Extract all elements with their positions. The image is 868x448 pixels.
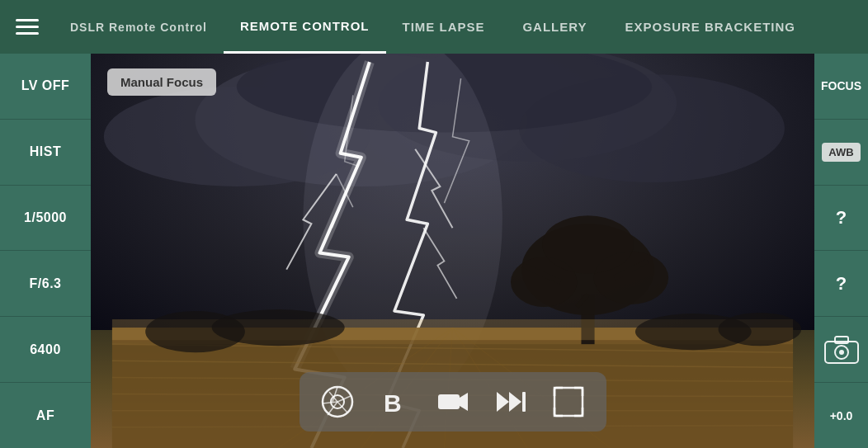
svg-point-29: [212, 309, 345, 346]
svg-marker-44: [509, 392, 521, 412]
focus-button[interactable]: FOCUS: [814, 54, 868, 120]
aperture-button[interactable]: F/6.3: [0, 251, 91, 317]
svg-point-50: [839, 350, 844, 355]
unknown-button-2[interactable]: ?: [814, 251, 868, 317]
svg-point-23: [542, 215, 634, 273]
aperture-icon: [319, 384, 356, 420]
svg-marker-42: [460, 393, 468, 411]
live-view-preview: Manual Focus: [91, 54, 814, 448]
expand-icon: [550, 384, 587, 420]
nav-tabs: DSLR Remote Control REMOTE CONTROL TIME …: [54, 0, 868, 54]
tab-gallery[interactable]: GALLERY: [502, 0, 609, 54]
camera-shutter-icon: [823, 335, 860, 365]
video-record-button[interactable]: [432, 380, 474, 423]
svg-line-36: [337, 402, 347, 413]
exposure-value-button[interactable]: +0.0: [814, 383, 868, 448]
fast-forward-icon: [493, 384, 529, 420]
main-content: LV OFF HIST 1/5000 F/6.3 6400 AF: [0, 54, 868, 448]
hamburger-line: [16, 19, 39, 21]
top-navigation: DSLR Remote Control REMOTE CONTROL TIME …: [0, 0, 868, 54]
camera-preview-area: Manual Focus: [91, 54, 814, 448]
unknown-button-1[interactable]: ?: [814, 186, 868, 252]
manual-focus-badge[interactable]: Manual Focus: [107, 68, 216, 96]
af-button[interactable]: AF: [0, 383, 91, 448]
aperture-control-button[interactable]: [316, 380, 359, 423]
svg-point-31: [719, 313, 802, 346]
hamburger-line: [16, 26, 39, 28]
right-panel: FOCUS AWB ? ? +0.0: [814, 54, 868, 448]
tab-timelapse[interactable]: TIME LAPSE: [386, 0, 502, 54]
lv-off-button[interactable]: LV OFF: [0, 54, 91, 120]
fast-forward-button[interactable]: [489, 380, 532, 423]
bold-b-icon: B: [377, 384, 413, 420]
svg-rect-41: [438, 394, 460, 409]
svg-rect-45: [522, 392, 526, 412]
fullscreen-button[interactable]: [547, 380, 590, 423]
bulb-control-button[interactable]: B: [374, 380, 417, 423]
bottom-controls-bar: B: [300, 372, 606, 431]
tab-exposure[interactable]: EXPOSURE BRACKETING: [609, 0, 813, 54]
tab-dslr[interactable]: DSLR Remote Control: [54, 0, 224, 54]
menu-button[interactable]: [0, 11, 54, 43]
camera-capture-button[interactable]: [814, 317, 868, 383]
svg-line-38: [323, 402, 337, 403]
awb-button[interactable]: AWB: [814, 120, 868, 186]
svg-rect-46: [554, 388, 583, 416]
left-panel: LV OFF HIST 1/5000 F/6.3 6400 AF: [0, 54, 91, 448]
iso-button[interactable]: 6400: [0, 317, 91, 383]
tab-remote[interactable]: REMOTE CONTROL: [224, 0, 386, 54]
svg-marker-43: [497, 392, 509, 412]
video-camera-icon: [435, 384, 471, 420]
shutter-speed-button[interactable]: 1/5000: [0, 186, 91, 252]
svg-text:B: B: [384, 389, 402, 417]
hist-button[interactable]: HIST: [0, 120, 91, 186]
hamburger-line: [16, 32, 39, 35]
